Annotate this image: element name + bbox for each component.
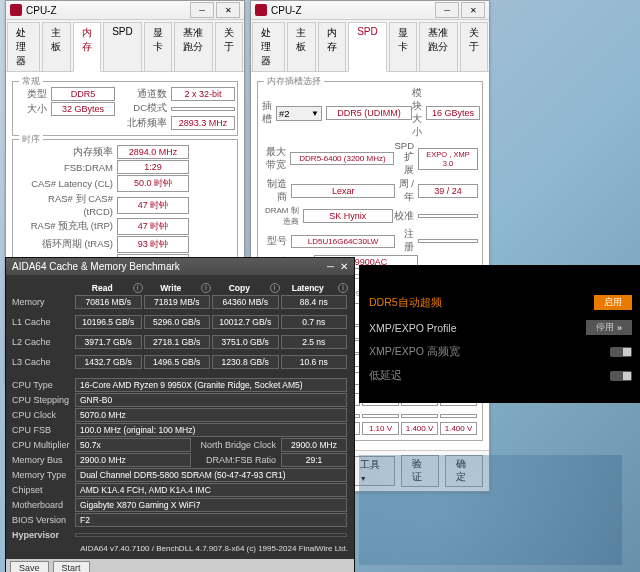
info-row: CPU FSB100.0 MHz (original: 100 MHz) <box>12 423 348 437</box>
week-value: 39 / 24 <box>418 184 478 198</box>
info-row: BIOS VersionF2 <box>12 513 348 527</box>
minimize-button[interactable]: ─ <box>435 2 459 18</box>
tab-graphics[interactable]: 显卡 <box>389 22 417 71</box>
titlebar: CPU-Z ─ ✕ <box>6 1 244 20</box>
info-value: AMD K1A.4 FCH, AMD K1A.4 IMC <box>75 483 347 497</box>
info-icon[interactable]: i <box>133 283 143 293</box>
close-button[interactable]: ✕ <box>461 2 485 18</box>
size-value: 32 GBytes <box>51 102 115 116</box>
save-button[interactable]: Save <box>10 561 49 572</box>
tab-about[interactable]: 关于 <box>215 22 243 71</box>
chan-value: 2 x 32-bit <box>171 87 235 101</box>
info-icon[interactable]: i <box>338 283 348 293</box>
ddr5-autoclock-label: DDR5自动超频 <box>369 296 594 310</box>
toggle-switch[interactable] <box>610 347 632 357</box>
title: CPU-Z <box>26 5 57 16</box>
aida-titlebar: AIDA64 Cache & Memory Benchmark ─✕ <box>6 258 354 275</box>
reg-label: 注册 <box>395 228 418 254</box>
tab-mainboard[interactable]: 主板 <box>287 22 315 71</box>
info-value: 50.7x <box>75 438 191 452</box>
info-extra-label: DRAM:FSB Ratio <box>192 455 280 465</box>
cell: 5296.0 GB/s <box>144 315 211 329</box>
info-value: 5070.0 MHz <box>75 408 347 422</box>
row-label: L3 Cache <box>12 357 74 367</box>
aida-footer: Save Start <box>6 559 354 572</box>
tab-mainboard[interactable]: 主板 <box>42 22 70 71</box>
hypervisor-label: Hypervisor <box>12 530 74 540</box>
info-label: Chipset <box>12 485 74 495</box>
start-button[interactable]: Start <box>53 561 90 572</box>
info-value: F2 <box>75 513 347 527</box>
info-row: MotherboardGigabyte X870 Gaming X WiFi7 <box>12 498 348 512</box>
tab-bar: 处理器 主板 内存 SPD 显卡 基准跑分 关于 <box>6 20 244 72</box>
info-row: ChipsetAMD K1A.4 FCH, AMD K1A.4 IMC <box>12 483 348 497</box>
tab-cpu[interactable]: 处理器 <box>7 22 40 71</box>
disable-button[interactable]: 停用 » <box>586 320 632 335</box>
bios-panel: DDR5自动超频启用 XMP/EXPO Profile停用 » XMP/EXPO… <box>359 265 640 403</box>
slot-title: 内存插槽选择 <box>264 75 324 88</box>
tab-bench[interactable]: 基准跑分 <box>174 22 213 71</box>
freq-value: 2894.0 MHz <box>117 145 189 159</box>
enable-button[interactable]: 启用 <box>594 295 632 310</box>
table-row: L3 Cache1432.7 GB/s1496.5 GB/s1230.8 GB/… <box>12 355 348 369</box>
part-value: LD5U16G64C30LW <box>291 235 395 248</box>
general-title: 常规 <box>19 75 43 88</box>
info-label: CPU Multiplier <box>12 440 74 450</box>
cell: 1230.8 GB/s <box>212 355 279 369</box>
tab-spd[interactable]: SPD <box>103 22 142 71</box>
tab-memory[interactable]: 内存 <box>73 22 101 72</box>
cell: 3751.0 GB/s <box>212 335 279 349</box>
fsb-value: 1:29 <box>117 160 189 174</box>
spd-value: EXPO , XMP 3.0 <box>418 148 478 170</box>
col-copy: Copy <box>212 282 267 294</box>
info-value: 2900.0 MHz <box>75 453 191 467</box>
dram-value: SK Hynix <box>303 209 393 223</box>
cell: 0.7 ns <box>281 315 348 329</box>
info-value: 16-Core AMD Ryzen 9 9950X (Granite Ridge… <box>75 378 347 392</box>
cell: 88.4 ns <box>281 295 348 309</box>
minimize-button[interactable]: ─ <box>327 261 334 272</box>
cpuz-icon <box>255 4 267 16</box>
tras-value: 93 时钟 <box>117 236 189 253</box>
cell: 10012.7 GB/s <box>212 315 279 329</box>
toggle-switch[interactable] <box>610 371 632 381</box>
cpuz-icon <box>10 4 22 16</box>
tab-about[interactable]: 关于 <box>460 22 488 71</box>
table-row: L2 Cache3971.7 GB/s2718.1 GB/s3751.0 GB/… <box>12 335 348 349</box>
info-value: GNR-B0 <box>75 393 347 407</box>
info-icon[interactable]: i <box>201 283 211 293</box>
slot-label: 插槽 <box>262 100 276 126</box>
tab-memory[interactable]: 内存 <box>318 22 346 71</box>
close-button[interactable]: ✕ <box>216 2 240 18</box>
table-row: L1 Cache10196.5 GB/s5296.0 GB/s10012.7 G… <box>12 315 348 329</box>
freq-label: 内存频率 <box>17 146 117 159</box>
hypervisor-value <box>75 533 347 537</box>
tab-bench[interactable]: 基准跑分 <box>419 22 458 71</box>
tras-label: 循环周期 (tRAS) <box>17 238 117 251</box>
info-extra-value: 29:1 <box>281 453 347 467</box>
col-read: Read <box>75 282 130 294</box>
trcd-label: RAS# 到 CAS# (tRCD) <box>17 193 117 217</box>
cell: 2.5 ns <box>281 335 348 349</box>
close-button[interactable]: ✕ <box>340 261 348 272</box>
slot-select[interactable]: #2▼ <box>276 106 322 121</box>
spd-label: SPD扩展 <box>394 140 418 177</box>
low-latency-label: 低延迟 <box>369 369 610 383</box>
slot-group: 内存插槽选择 插槽 #2▼ DDR5 (UDIMM) 模块大小 16 GByte… <box>257 81 483 275</box>
cell: 10.6 ns <box>281 355 348 369</box>
tab-spd[interactable]: SPD <box>348 22 387 72</box>
tab-graphics[interactable]: 显卡 <box>144 22 172 71</box>
info-icon[interactable]: i <box>270 283 280 293</box>
cell <box>401 414 438 418</box>
minimize-button[interactable]: ─ <box>190 2 214 18</box>
part-label: 型号 <box>262 235 291 248</box>
cell: 2718.1 GB/s <box>144 335 211 349</box>
info-label: CPU Clock <box>12 410 74 420</box>
maxbw-label: 最大带宽 <box>262 146 290 172</box>
rank-value <box>418 214 478 218</box>
trp-label: RAS# 预充电 (tRP) <box>17 220 117 233</box>
tab-cpu[interactable]: 处理器 <box>252 22 285 71</box>
general-group: 常规 类型DDR5 大小32 GBytes 通道数2 x 32-bit DC模式… <box>12 81 238 136</box>
info-label: Motherboard <box>12 500 74 510</box>
aida-copyright: AIDA64 v7.40.7100 / BenchDLL 4.7.907.8-x… <box>12 544 348 553</box>
